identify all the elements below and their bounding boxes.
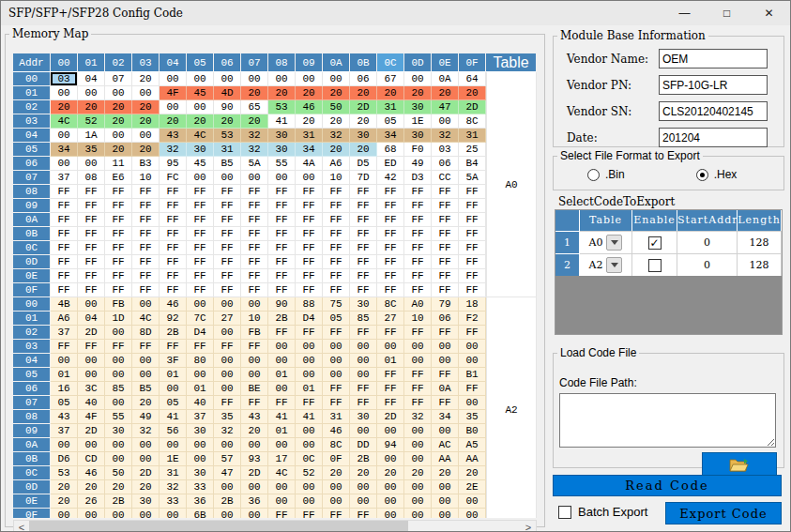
cell-a2-0C-07[interactable]: 2D (241, 466, 268, 480)
cell-a0-05-0F[interactable]: 25 (459, 143, 486, 157)
cell-a2-00-06[interactable]: 00 (214, 297, 241, 312)
cell-a2-0C-09[interactable]: 52 (296, 466, 323, 480)
row-header-a0-08[interactable]: 08 (13, 185, 51, 199)
cell-a0-07-02[interactable]: E6 (105, 171, 132, 185)
cell-a0-0E-05[interactable]: FF (187, 269, 214, 283)
cell-a0-05-0A[interactable]: 20 (323, 143, 350, 157)
cell-a0-0F-04[interactable]: FF (160, 283, 187, 297)
cell-a0-0B-0F[interactable]: FF (459, 227, 486, 241)
cell-a0-01-0B[interactable]: 20 (350, 86, 377, 100)
cell-a2-0F-07[interactable]: 00 (241, 509, 268, 518)
cell-a0-05-05[interactable]: 30 (187, 143, 214, 157)
cell-a2-07-07[interactable]: FF (241, 396, 268, 410)
cell-a0-00-08[interactable]: 00 (268, 72, 296, 86)
cell-a0-06-0D[interactable]: 49 (404, 157, 432, 171)
cell-a0-00-09[interactable]: 00 (296, 72, 323, 86)
cell-a2-06-00[interactable]: 16 (51, 382, 78, 396)
row-header-a2-03[interactable]: 03 (13, 340, 51, 354)
cell-a2-0B-07[interactable]: 93 (241, 452, 268, 466)
cell-a0-03-09[interactable]: 20 (296, 114, 323, 129)
cell-a2-0A-0A[interactable]: 8C (323, 438, 350, 452)
cell-a0-01-0E[interactable]: 20 (432, 86, 459, 100)
cell-a2-08-08[interactable]: 41 (268, 410, 296, 424)
cell-a2-05-0D[interactable]: FF (404, 368, 432, 382)
cell-a2-0E-04[interactable]: 33 (160, 494, 187, 509)
cell-a0-06-0F[interactable]: B4 (459, 157, 486, 171)
cell-a0-0D-09[interactable]: FF (296, 255, 323, 269)
bin-radio-icon[interactable] (587, 169, 600, 181)
cell-a0-0F-0C[interactable]: FF (377, 283, 404, 297)
cell-a2-0C-0F[interactable]: 20 (459, 466, 486, 480)
cell-a0-03-06[interactable]: 20 (214, 114, 241, 129)
cell-a2-0A-02[interactable]: 00 (105, 438, 132, 452)
cell-a0-08-01[interactable]: FF (78, 185, 105, 199)
cell-a0-06-0B[interactable]: D5 (350, 157, 377, 171)
row-header-a2-0F[interactable]: 0F (13, 509, 51, 518)
cell-a0-0F-0D[interactable]: FF (404, 283, 432, 297)
cell-a2-0E-0A[interactable]: 00 (323, 494, 350, 509)
cell-a2-01-01[interactable]: 04 (78, 312, 105, 326)
row-header-a2-04[interactable]: 04 (13, 354, 51, 368)
col-header-0C[interactable]: 0C (377, 53, 404, 72)
cell-a0-03-0B[interactable]: 20 (350, 114, 377, 129)
cell-a2-05-02[interactable]: 00 (105, 368, 132, 382)
cell-a2-0A-0C[interactable]: 94 (377, 438, 404, 452)
col-header-06[interactable]: 06 (214, 53, 241, 72)
cell-a0-06-09[interactable]: 4A (296, 157, 323, 171)
cell-a2-04-0A[interactable]: 00 (323, 354, 350, 368)
cell-a2-09-0E[interactable]: 00 (432, 424, 459, 438)
cell-a0-08-00[interactable]: FF (51, 185, 78, 199)
cell-a0-09-05[interactable]: FF (187, 199, 214, 213)
cell-a0-0D-02[interactable]: FF (105, 255, 132, 269)
row-header-a0-07[interactable]: 07 (13, 171, 51, 185)
cell-a2-0B-03[interactable]: 00 (132, 452, 160, 466)
cell-a0-0D-0F[interactable]: FF (459, 255, 486, 269)
cell-a2-00-0C[interactable]: 8C (377, 297, 404, 312)
cell-a0-06-06[interactable]: B5 (214, 157, 241, 171)
cell-a2-02-09[interactable]: FF (296, 326, 323, 340)
cell-a0-0E-0E[interactable]: FF (432, 269, 459, 283)
cell-a2-06-03[interactable]: B5 (132, 382, 160, 396)
cell-a2-0F-0D[interactable]: 00 (404, 509, 432, 518)
cell-a0-0C-0E[interactable]: FF (432, 241, 459, 255)
cell-a2-05-08[interactable]: 01 (268, 368, 296, 382)
cell-a2-07-05[interactable]: 40 (187, 396, 214, 410)
cell-a2-0B-0E[interactable]: AA (432, 452, 459, 466)
row-header-a0-0C[interactable]: 0C (13, 241, 51, 255)
cell-a2-0D-0F[interactable]: 2E (459, 480, 486, 494)
cell-a0-0F-0A[interactable]: FF (323, 283, 350, 297)
cell-a2-0E-05[interactable]: 36 (187, 494, 214, 509)
cell-a2-03-0F[interactable]: 00 (459, 340, 486, 354)
cell-a0-00-0F[interactable]: 64 (459, 72, 486, 86)
cell-a0-09-02[interactable]: FF (105, 199, 132, 213)
cell-a0-05-0C[interactable]: 68 (377, 143, 404, 157)
cell-a0-0B-07[interactable]: FF (241, 227, 268, 241)
cell-a2-08-07[interactable]: 43 (241, 410, 268, 424)
row-header-a0-09[interactable]: 09 (13, 199, 51, 213)
cell-a0-08-0F[interactable]: FF (459, 185, 486, 199)
cell-a2-09-0F[interactable]: B0 (459, 424, 486, 438)
cell-a2-04-05[interactable]: 80 (187, 354, 214, 368)
cell-a2-05-04[interactable]: 01 (160, 368, 187, 382)
batch-export-checkbox[interactable] (558, 506, 571, 519)
cell-a2-0F-06[interactable]: 00 (214, 509, 241, 518)
cell-a2-0A-05[interactable]: 00 (187, 438, 214, 452)
cell-a2-07-0F[interactable]: 00 (459, 396, 486, 410)
cell-a0-00-03[interactable]: 20 (132, 72, 160, 86)
cell-a0-0B-08[interactable]: FF (268, 227, 296, 241)
cell-a2-0E-03[interactable]: 30 (132, 494, 160, 509)
chevron-down-icon[interactable] (606, 235, 622, 251)
cell-a2-0E-0B[interactable]: 00 (350, 494, 377, 509)
cell-a2-01-0A[interactable]: 05 (323, 312, 350, 326)
row-header-a0-02[interactable]: 02 (13, 100, 51, 114)
cell-a0-09-08[interactable]: FF (268, 199, 296, 213)
cell-a2-08-09[interactable]: 41 (296, 410, 323, 424)
cell-a0-08-02[interactable]: FF (105, 185, 132, 199)
row-header-a0-00[interactable]: 00 (13, 72, 51, 86)
cell-a2-0F-01[interactable]: 00 (78, 509, 105, 518)
cell-a0-00-02[interactable]: 07 (105, 72, 132, 86)
cell-a0-02-06[interactable]: 90 (214, 100, 241, 114)
cell-a2-0E-0D[interactable]: 00 (404, 494, 432, 509)
cell-a0-01-06[interactable]: 4D (214, 86, 241, 100)
cell-a2-0C-0C[interactable]: 20 (377, 466, 404, 480)
